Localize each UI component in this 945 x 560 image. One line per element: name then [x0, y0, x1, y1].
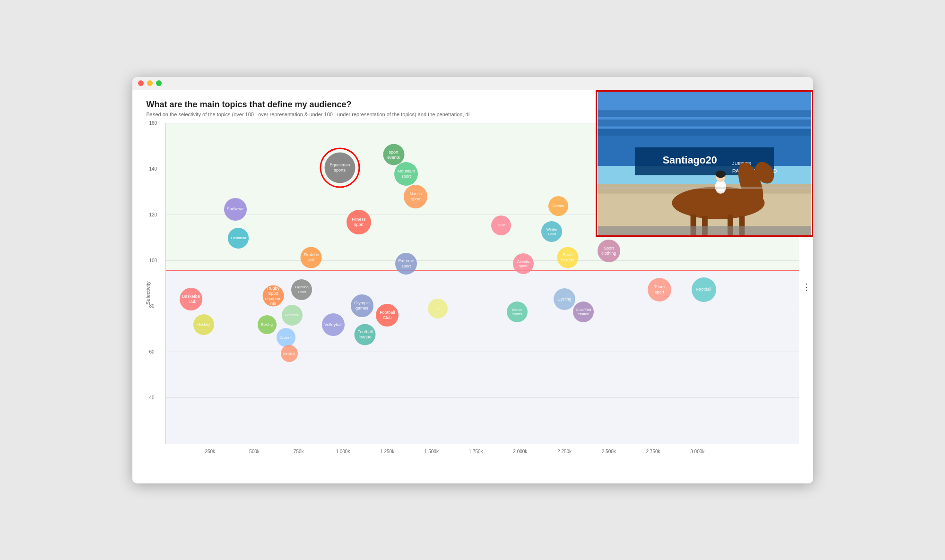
main-content: What are the main topics that define my …: [132, 90, 813, 483]
bubble-label: Rugby Sport equipments: [264, 285, 283, 307]
bubble-label: Extreme sport: [397, 258, 416, 270]
svg-rect-23: [598, 226, 811, 235]
bubble[interactable]: Golf: [491, 215, 511, 235]
app-window: What are the main topics that define my …: [132, 77, 813, 483]
bubble[interactable]: Rugby Sport equipments: [263, 285, 284, 307]
bubble-label: Motor sports: [508, 307, 527, 318]
selectivity-100-line: [166, 270, 799, 271]
svg-rect-5: [598, 129, 811, 136]
more-options-button[interactable]: ⋮: [802, 282, 811, 292]
bubble-label: Baseball: [284, 312, 301, 319]
bubble-label: Golf: [497, 222, 506, 229]
bubble[interactable]: Nautic sport: [404, 185, 427, 208]
bubble[interactable]: Skateboard: [301, 247, 322, 268]
bubble[interactable]: Handball: [228, 228, 249, 249]
minimize-button[interactable]: [147, 80, 153, 86]
bubble[interactable]: Surfwear: [224, 198, 247, 221]
bubble-label: Football: [695, 286, 712, 293]
bubble[interactable]: F1: [428, 299, 448, 319]
bubble-label: Volleyball: [323, 321, 343, 328]
photo-overlay: Santiago20 PANAMERICANO JUEGOS: [596, 90, 813, 237]
bubble[interactable]: Crossfit: [277, 328, 295, 347]
photo-content: Santiago20 PANAMERICANO JUEGOS: [597, 92, 812, 235]
bubble-label: Mountain sport: [396, 168, 417, 180]
bubble[interactable]: Basketball club: [180, 288, 202, 310]
svg-rect-24: [598, 187, 811, 189]
titlebar: [132, 77, 813, 90]
svg-rect-4: [598, 119, 811, 126]
bubble[interactable]: Team sport: [648, 278, 671, 302]
bubble-label: Equestrian sports: [326, 162, 354, 174]
x-axis-tick: 1 000k: [336, 449, 350, 454]
bubble[interactable]: Baseball: [282, 305, 303, 326]
bubble-label: Serie A: [282, 351, 296, 357]
x-axis-tick: 2 500k: [602, 449, 616, 454]
bubble-label: Athletic sport: [514, 258, 533, 269]
x-axis-tick: 1 750k: [469, 449, 483, 454]
y-axis-tick: 60: [149, 349, 155, 354]
bubble-label: Fitness sport: [347, 216, 370, 228]
maximize-button[interactable]: [156, 80, 162, 86]
bubble-label: Sport brands: [558, 251, 578, 264]
bubble[interactable]: Extreme sport: [395, 253, 417, 275]
x-axis-tick: 1 500k: [425, 449, 439, 454]
bubble-label: Football league: [355, 328, 375, 341]
bubble-label: Fighting sport: [293, 284, 312, 295]
y-axis-tick: 120: [149, 212, 157, 217]
bubble[interactable]: Fitness sport: [347, 210, 371, 234]
bubble[interactable]: Boxing: [258, 315, 277, 334]
bubble[interactable]: Athletic sport: [513, 253, 534, 274]
bubble-label: Football Club: [377, 309, 398, 321]
bubble-label: Cycling: [556, 296, 572, 303]
bubble[interactable]: Hockey: [193, 314, 214, 335]
bubble[interactable]: Serie A: [281, 345, 298, 362]
bubble[interactable]: Sport clothing: [598, 240, 620, 262]
bubble[interactable]: Fighting sport: [291, 279, 312, 300]
bubble[interactable]: Cycling: [554, 288, 575, 310]
bubble-label: Events: [551, 203, 564, 209]
close-button[interactable]: [138, 80, 144, 86]
bubble[interactable]: Winter sport: [541, 221, 562, 242]
svg-rect-3: [598, 110, 811, 117]
bubble[interactable]: Club/Federation: [573, 302, 594, 322]
bubble-label: Basketball club: [181, 293, 201, 305]
bubble-label: Nautic sport: [405, 190, 426, 203]
bubble-label: Hockey: [196, 321, 211, 328]
bubble-label: Handball: [230, 235, 247, 241]
x-axis-tick: 500k: [249, 449, 260, 454]
bubble[interactable]: Olympic games: [351, 294, 373, 317]
x-axis-tick: 2 000k: [513, 449, 527, 454]
y-axis-tick: 140: [149, 166, 157, 171]
bubble-label: Surfwear: [226, 206, 245, 213]
y-axis-tick: 80: [149, 303, 155, 309]
bubble[interactable]: Football: [692, 277, 716, 302]
bubble[interactable]: Sport brands: [557, 247, 578, 268]
bubble[interactable]: Equestrian sports: [324, 152, 355, 183]
bubble[interactable]: Mountain sport: [394, 162, 418, 186]
bubble-label: Skateboard: [302, 251, 321, 264]
bubble[interactable]: Football league: [355, 324, 376, 345]
x-axis-tick: 250k: [205, 449, 215, 454]
x-axis-tick: 1 250k: [380, 449, 394, 454]
bubble-label: Team sport: [649, 284, 670, 296]
bubble[interactable]: Motor sports: [507, 302, 528, 322]
y-axis-tick: 100: [149, 258, 157, 263]
bubble-label: sport events: [384, 149, 403, 161]
bubble-label: Sport clothing: [598, 245, 619, 257]
x-axis-tick: 2 250k: [557, 449, 572, 454]
x-axis-tick: 2 750k: [646, 449, 660, 454]
x-axis-tick: 750k: [294, 449, 304, 454]
y-axis-tick: 40: [149, 395, 155, 400]
bubble-label: Winter sport: [542, 226, 561, 237]
svg-point-21: [715, 170, 726, 178]
svg-text:Santiago20: Santiago20: [662, 154, 717, 166]
bubble-label: Crossfit: [278, 335, 293, 341]
bubble[interactable]: Events: [548, 196, 568, 216]
bubble-label: F1: [435, 306, 441, 312]
bubble[interactable]: Volleyball: [322, 313, 345, 336]
bubble-label: Club/Federation: [574, 307, 593, 318]
bubble[interactable]: Football Club: [376, 304, 399, 327]
y-axis-tick: 160: [149, 120, 157, 125]
x-axis-tick: 3 000k: [690, 449, 704, 454]
bubble[interactable]: sport events: [383, 144, 404, 165]
